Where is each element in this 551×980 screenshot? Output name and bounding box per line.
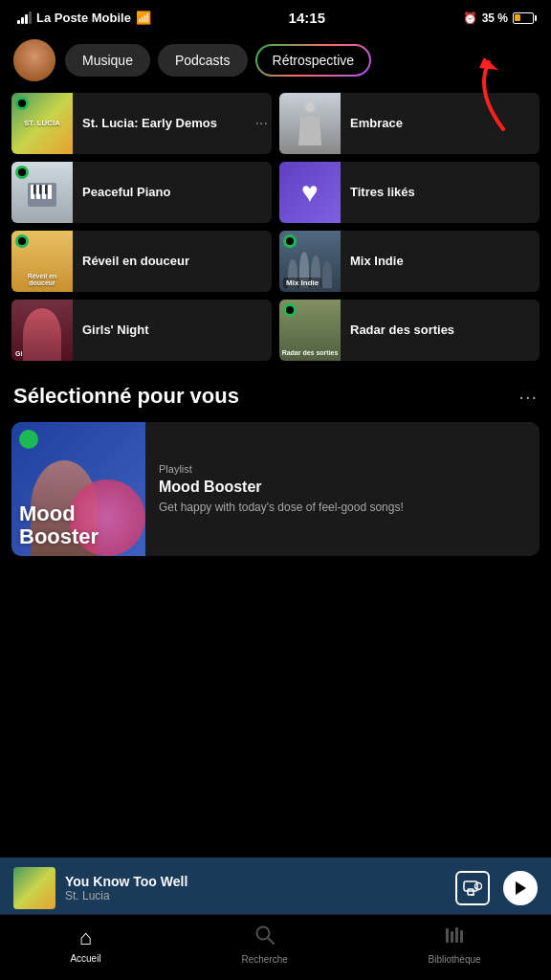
nav-bibliotheque-label: Bibliothèque [429, 954, 481, 965]
grid-item-titres-likes[interactable]: ♥ Titres likés [279, 162, 540, 223]
grid-item-mix-indie[interactable]: Mix Indie Mix Indie [279, 231, 540, 292]
thumb-liked: ♥ [279, 162, 341, 223]
playlist-grid: ST. LUCIA St. Lucia: Early Demos ··· Emb… [0, 93, 551, 361]
svg-rect-1 [305, 102, 315, 112]
grid-item-peaceful-piano[interactable]: Peaceful Piano [11, 162, 272, 223]
nav-recherche[interactable]: Recherche [241, 924, 287, 965]
svg-rect-11 [468, 889, 474, 895]
svg-rect-9 [45, 185, 48, 194]
selected-for-you-header: Sélectionné pour vous ··· [0, 384, 551, 422]
grid-title-radar: Radar des sorties [341, 323, 464, 339]
featured-card-description: Get happy with today's dose of feel-good… [159, 500, 404, 516]
battery-percent: 35 % [482, 11, 508, 25]
now-playing-bar[interactable]: You Know Too Well St. Lucia [0, 858, 551, 919]
section-title: Sélectionné pour vous [13, 384, 239, 409]
filter-tabs: Musique Podcasts Rétrospective [65, 44, 371, 77]
thumb-embrace [279, 93, 341, 154]
thumb-mix-indie: Mix Indie [279, 231, 341, 292]
svg-rect-7 [33, 185, 36, 194]
thumb-girls-night: Girls' Night [11, 300, 73, 361]
now-playing-artist: St. Lucia [65, 889, 446, 902]
spotify-logo-icon [19, 430, 38, 449]
avatar[interactable] [13, 39, 55, 81]
svg-rect-20 [460, 930, 463, 943]
svg-rect-17 [446, 928, 449, 943]
more-options-st-lucia[interactable]: ··· [255, 115, 268, 132]
nav-accueil-label: Accueil [70, 953, 100, 964]
signal-icon [17, 11, 32, 24]
library-icon [444, 924, 465, 951]
featured-thumb-title: Mood Booster [19, 502, 138, 548]
battery-icon [513, 12, 534, 24]
grid-item-st-lucia[interactable]: ST. LUCIA St. Lucia: Early Demos ··· [11, 93, 272, 154]
featured-card-type: Playlist [159, 463, 404, 475]
status-time: 14:15 [289, 10, 325, 26]
device-button[interactable] [455, 871, 490, 905]
now-playing-thumb [13, 867, 55, 909]
grid-title-peaceful-piano: Peaceful Piano [73, 185, 180, 201]
alarm-icon: ⏰ [463, 11, 477, 25]
svg-rect-8 [39, 185, 42, 194]
thumb-st-lucia: ST. LUCIA [11, 93, 73, 154]
now-playing-controls [455, 871, 538, 905]
thumb-peaceful [11, 162, 73, 223]
featured-card-info: Playlist Mood Booster Get happy with tod… [145, 422, 417, 556]
now-playing-title: You Know Too Well [65, 874, 446, 889]
grid-title-mix-indie: Mix Indie [341, 254, 413, 270]
thumb-reveil: Réveil en douceur [11, 231, 73, 292]
tab-retrospective-wrapper[interactable]: Rétrospective [255, 44, 372, 77]
radar-overlay: Radar des sorties [281, 349, 339, 357]
tab-podcasts[interactable]: Podcasts [158, 44, 248, 77]
home-icon: ⌂ [79, 925, 92, 950]
thumb-radar: Radar des sorties [279, 300, 341, 361]
now-playing-info: You Know Too Well St. Lucia [65, 874, 446, 902]
tab-musique[interactable]: Musique [65, 44, 150, 77]
grid-item-reveil[interactable]: Réveil en douceur Réveil en douceur [11, 231, 272, 292]
featured-card-mood-booster[interactable]: Mood Booster Playlist Mood Booster Get h… [11, 422, 540, 556]
grid-title-reveil: Réveil en douceur [73, 254, 199, 270]
svg-rect-18 [451, 931, 453, 943]
svg-marker-14 [516, 881, 526, 895]
svg-point-13 [475, 883, 482, 890]
header: Musique Podcasts Rétrospective [0, 32, 551, 93]
bottom-navigation: ⌂ Accueil Recherche Bibliothèque [0, 914, 551, 980]
mix-indie-overlay: Mix Indie [283, 278, 321, 288]
main-container: La Poste Mobile 📶 14:15 ⏰ 35 % Musique P… [0, 0, 551, 705]
carrier-name: La Poste Mobile [36, 11, 131, 25]
search-icon [254, 924, 276, 951]
status-right: ⏰ 35 % [463, 11, 534, 25]
grid-title-embrace: Embrace [341, 116, 412, 132]
grid-title-girls-night: Girls' Night [73, 323, 159, 339]
tab-retrospective[interactable]: Rétrospective [257, 46, 370, 75]
grid-title-st-lucia: St. Lucia: Early Demos [73, 116, 227, 132]
svg-line-16 [268, 938, 274, 944]
wifi-icon: 📶 [136, 11, 151, 25]
section-more-button[interactable]: ··· [518, 386, 538, 408]
play-button[interactable] [503, 871, 538, 905]
grid-item-embrace[interactable]: Embrace [279, 93, 540, 154]
nav-accueil[interactable]: ⌂ Accueil [70, 925, 100, 964]
status-bar: La Poste Mobile 📶 14:15 ⏰ 35 % [0, 0, 551, 32]
nav-recherche-label: Recherche [241, 954, 287, 965]
grid-item-girls-night[interactable]: Girls' Night Girls' Night [11, 300, 272, 361]
status-left: La Poste Mobile 📶 [17, 11, 151, 25]
svg-rect-19 [455, 927, 458, 943]
grid-title-titres-likes: Titres likés [341, 185, 425, 201]
featured-card-name: Mood Booster [159, 479, 404, 496]
svg-rect-6 [48, 185, 52, 199]
featured-card-thumb: Mood Booster [11, 422, 145, 556]
nav-bibliotheque[interactable]: Bibliothèque [429, 924, 481, 965]
grid-item-radar[interactable]: Radar des sorties Radar des sorties [279, 300, 540, 361]
